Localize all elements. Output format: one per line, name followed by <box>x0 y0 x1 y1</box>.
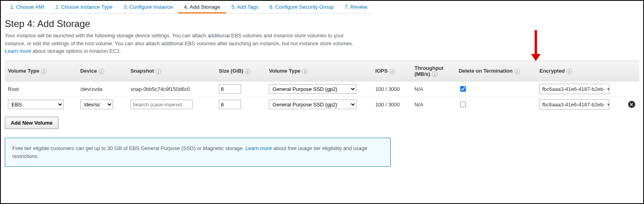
learn-more-link[interactable]: Learn more <box>5 48 31 54</box>
step-configure-security-group[interactable]: 6. Configure Security Group <box>264 2 339 13</box>
notice-learn-more-link[interactable]: Learn more <box>245 145 272 151</box>
ebs-delete-on-term-checkbox[interactable] <box>460 102 466 107</box>
ebs-iops: 100 / 3000 <box>372 97 411 112</box>
desc-text-1: Your instance will be launched with the … <box>5 33 354 46</box>
col-volume-type: Volume Type <box>8 68 39 74</box>
info-icon[interactable]: i <box>432 71 438 77</box>
wizard-steps: 1. Choose AMI 2. Choose Instance Type 3.… <box>5 2 639 13</box>
remove-row-icon[interactable]: ✕ <box>628 101 635 108</box>
info-icon[interactable]: i <box>99 69 104 74</box>
col-encrypted: Encrypted <box>539 68 565 74</box>
root-device: /dev/xvda <box>77 81 127 97</box>
col-size: Size (GiB) <box>219 68 243 74</box>
ebs-voltype-col-select[interactable]: EBS <box>8 100 64 109</box>
col-throughput: Throughput (MB/s) <box>414 65 444 77</box>
col-snapshot: Snapshot <box>130 68 154 74</box>
ebs-snapshot-input[interactable] <box>130 100 193 109</box>
col-voltype-sel: Volume Type <box>269 68 300 74</box>
root-throughput: N/A <box>411 81 455 97</box>
root-vol-label: Root <box>5 81 77 97</box>
col-iops: IOPS <box>376 68 388 74</box>
ebs-encrypted-dropdown[interactable]: fbc6aaa3-41e6-4187-b2eb- ▼ <box>539 99 609 110</box>
col-device: Device <box>80 68 97 74</box>
chevron-down-icon: ▼ <box>607 102 609 107</box>
step-choose-instance-type[interactable]: 2. Choose Instance Type <box>50 2 118 13</box>
col-delete-on-term: Delete on Termination <box>459 68 513 74</box>
root-encrypted-dropdown[interactable]: fbc6aaa3-41e6-4187-b2eb- ▼ <box>539 84 609 94</box>
info-icon[interactable]: i <box>514 69 520 74</box>
ebs-encrypted-value: fbc6aaa3-41e6-4187-b2eb- <box>542 102 605 108</box>
notice-text-1: Free tier eligible customers can get up … <box>12 145 245 151</box>
root-size-input[interactable] <box>219 84 241 94</box>
info-icon[interactable]: i <box>566 69 572 74</box>
table-row: Root /dev/xvda snap-0bb5c74c9f150d6c0 Ge… <box>5 81 639 97</box>
page-title: Step 4: Add Storage <box>5 18 639 29</box>
free-tier-notice: Free tier eligible customers can get up … <box>5 138 391 167</box>
ebs-throughput: N/A <box>411 97 455 112</box>
step-add-storage[interactable]: 4. Add Storage <box>178 2 226 13</box>
storage-table: Volume Typei Devicei Snapshoti Size (GiB… <box>5 61 639 112</box>
page-description: Your instance will be launched with the … <box>5 32 363 55</box>
step-add-tags[interactable]: 5. Add Tags <box>226 2 264 13</box>
ebs-voltype-select[interactable]: General Purpose SSD (gp2) <box>269 100 356 109</box>
ebs-device-select[interactable]: /dev/sdb <box>80 100 113 109</box>
desc-text-2: about storage options in Amazon EC2. <box>33 48 121 54</box>
root-voltype-select[interactable]: General Purpose SSD (gp2) <box>269 84 356 94</box>
add-new-volume-button[interactable]: Add New Volume <box>5 117 58 129</box>
info-icon[interactable]: i <box>302 69 307 74</box>
info-icon[interactable]: i <box>245 69 251 74</box>
info-icon[interactable]: i <box>389 69 395 74</box>
info-icon[interactable]: i <box>41 69 47 74</box>
root-snapshot: snap-0bb5c74c9f150d6c0 <box>127 81 216 97</box>
info-icon[interactable]: i <box>156 69 161 74</box>
step-configure-instance[interactable]: 3. Configure Instance <box>118 2 179 13</box>
root-delete-on-term-checkbox[interactable] <box>460 86 466 92</box>
ebs-size-input[interactable] <box>219 100 241 109</box>
step-review[interactable]: 7. Review <box>339 2 373 13</box>
chevron-down-icon: ▼ <box>607 87 609 91</box>
root-encrypted-value: fbc6aaa3-41e6-4187-b2eb- <box>542 86 605 92</box>
table-row: EBS /dev/sdb General Purpose SSD (gp2) 1… <box>5 97 639 112</box>
step-choose-ami[interactable]: 1. Choose AMI <box>5 2 50 13</box>
root-iops: 100 / 3000 <box>372 81 411 97</box>
